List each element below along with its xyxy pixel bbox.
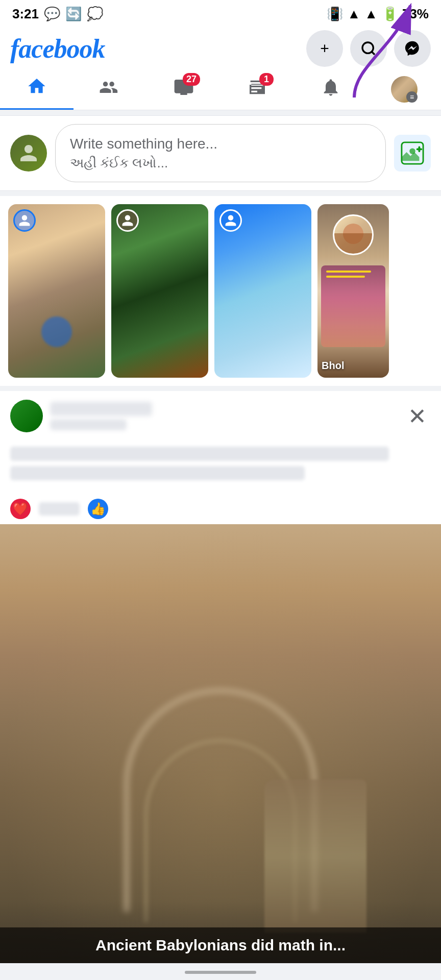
stories-section: Bhol	[0, 196, 441, 386]
avatar-person-icon	[18, 143, 39, 163]
reaction-icon-1: ❤️	[10, 499, 31, 519]
blurred-line-2	[10, 466, 305, 480]
photo-icon	[401, 141, 424, 165]
status-time: 3:21	[12, 6, 39, 22]
tab-video[interactable]: 27	[147, 72, 220, 109]
reaction-row: ❤️ 👍	[0, 494, 441, 524]
tab-home[interactable]	[0, 71, 74, 110]
story-bg-4	[317, 204, 389, 378]
story-label-4: Bhol	[322, 360, 344, 372]
rock-right	[264, 779, 366, 933]
home-svg-icon	[27, 76, 47, 96]
story-card-4[interactable]: Bhol	[317, 204, 389, 378]
app-header: facebook +	[0, 26, 441, 67]
composer-placeholder-line1: Write something here...	[70, 134, 371, 154]
reaction-icon-2: 👍	[88, 499, 108, 519]
post-caption: Ancient Babylonians did math in...	[0, 927, 441, 963]
notifications-icon	[321, 77, 341, 102]
marketplace-badge: 1	[259, 73, 274, 86]
status-left: 3:21 💬 🔄 💭	[12, 6, 103, 22]
marketplace-icon: 1	[247, 77, 267, 102]
post-header: ✕	[0, 391, 441, 442]
composer-avatar	[10, 135, 47, 172]
friends-svg-icon	[99, 77, 121, 97]
stories-grid: Bhol	[8, 204, 433, 378]
story-avatar-1	[13, 209, 36, 232]
composer-placeholder-line2: અહીં કંઈક લખો...	[70, 154, 371, 172]
wifi-icon: ▲	[347, 6, 360, 22]
status-right: 📳 ▲ ▲ 🔋 73%	[327, 6, 429, 22]
home-indicator	[185, 971, 256, 974]
post-author-name	[50, 402, 152, 416]
story-avatar-3	[219, 209, 242, 232]
story-card-1[interactable]	[8, 204, 105, 378]
video-badge: 27	[183, 73, 200, 86]
messenger-icon	[404, 40, 421, 57]
post-composer: Write something here... અહીં કંઈક લખો...	[0, 115, 441, 191]
post-card-blurred: ✕ ❤️ 👍	[0, 391, 441, 524]
bell-svg-icon	[321, 77, 341, 97]
story-card-3[interactable]	[214, 204, 311, 378]
nav-container: 27 1 ≡	[0, 67, 441, 110]
composer-input[interactable]: Write something here... અહીં કંઈક લખો...	[55, 124, 386, 182]
photo-share-button[interactable]	[394, 135, 431, 172]
tab-menu[interactable]: ≡	[368, 71, 441, 110]
battery-icon: 🔋	[382, 6, 398, 22]
post-meta	[50, 419, 127, 430]
story-card-2[interactable]	[111, 204, 208, 378]
nav-tabs: 27 1 ≡	[0, 67, 441, 110]
tab-marketplace[interactable]: 1	[220, 72, 294, 109]
blurred-line-1	[10, 447, 389, 461]
post-author-info	[50, 402, 397, 430]
messenger-button[interactable]	[394, 30, 431, 67]
facebook-logo: facebook	[10, 34, 105, 64]
chat-icon: 💭	[87, 6, 103, 22]
menu-overlay-icon: ≡	[406, 91, 418, 103]
sync-icon: 🔄	[65, 6, 82, 22]
post-blurred-content	[0, 442, 441, 494]
svg-point-0	[362, 42, 373, 53]
search-button[interactable]	[350, 30, 387, 67]
tab-friends[interactable]	[74, 72, 147, 109]
search-icon	[360, 40, 377, 57]
story-avatar-2	[116, 209, 139, 232]
post-image-large: Ancient Babylonians did math in...	[0, 524, 441, 963]
menu-profile-icon: ≡	[391, 76, 418, 103]
home-icon	[27, 76, 47, 101]
reaction-count	[39, 502, 80, 516]
battery-percent: 73%	[402, 6, 429, 22]
talk-icon: 💬	[44, 6, 60, 22]
video-icon: 27	[174, 77, 194, 102]
status-bar: 3:21 💬 🔄 💭 📳 ▲ ▲ 🔋 73%	[0, 0, 441, 26]
close-button[interactable]: ✕	[404, 399, 431, 433]
add-button[interactable]: +	[306, 30, 343, 67]
signal-icon: ▲	[364, 6, 378, 22]
vibrate-icon: 📳	[327, 6, 343, 22]
tab-notifications[interactable]	[294, 72, 368, 109]
friends-icon	[99, 77, 121, 102]
header-actions: +	[306, 30, 431, 67]
post-author-avatar	[10, 400, 43, 432]
